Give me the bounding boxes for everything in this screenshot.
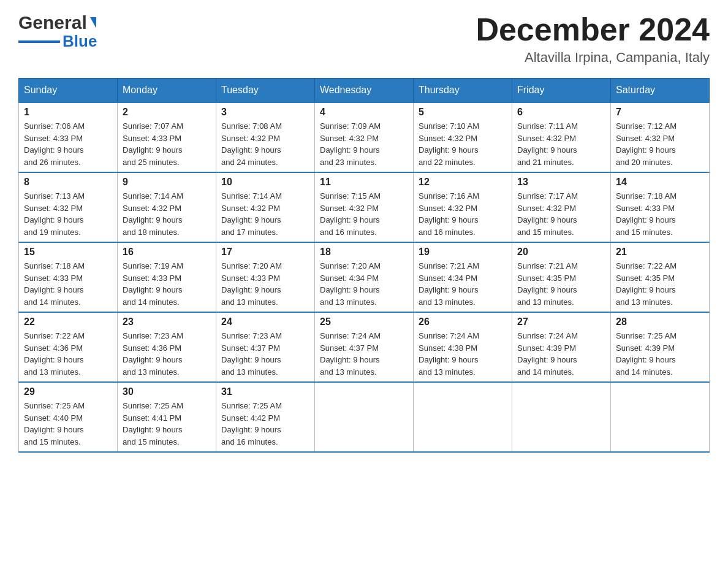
sunrise-label: Sunrise: 7:13 AM — [24, 191, 85, 201]
daylight-minutes: and 13 minutes. — [419, 297, 476, 307]
header-tuesday: Tuesday — [216, 79, 315, 103]
day-number: 9 — [123, 177, 211, 188]
sunrise-label: Sunrise: 7:21 AM — [419, 261, 479, 270]
daylight-minutes: and 26 minutes. — [24, 158, 81, 167]
daylight-label: Daylight: 9 hours — [221, 215, 281, 224]
sunset-label: Sunset: 4:36 PM — [123, 343, 181, 353]
daylight-label: Daylight: 9 hours — [24, 425, 84, 434]
day-number: 11 — [320, 177, 408, 188]
calendar-cell: 2 Sunrise: 7:07 AM Sunset: 4:33 PM Dayli… — [118, 102, 216, 172]
daylight-minutes: and 13 minutes. — [419, 367, 476, 377]
day-number: 1 — [24, 107, 112, 118]
sunrise-label: Sunrise: 7:12 AM — [616, 121, 677, 131]
sunrise-label: Sunrise: 7:17 AM — [517, 191, 578, 201]
day-info: Sunrise: 7:22 AM Sunset: 4:36 PM Dayligh… — [24, 330, 112, 378]
daylight-label: Daylight: 9 hours — [123, 285, 183, 294]
sunset-label: Sunset: 4:32 PM — [517, 134, 576, 143]
daylight-minutes: and 13 minutes. — [320, 367, 377, 377]
header-monday: Monday — [118, 79, 216, 103]
sunset-label: Sunset: 4:37 PM — [221, 343, 280, 353]
sunset-label: Sunset: 4:33 PM — [616, 204, 675, 213]
day-info: Sunrise: 7:14 AM Sunset: 4:32 PM Dayligh… — [221, 190, 309, 238]
day-info: Sunrise: 7:08 AM Sunset: 4:32 PM Dayligh… — [221, 120, 309, 168]
sunset-label: Sunset: 4:42 PM — [221, 413, 280, 423]
sunset-label: Sunset: 4:32 PM — [221, 204, 280, 213]
day-info: Sunrise: 7:20 AM Sunset: 4:33 PM Dayligh… — [221, 260, 309, 308]
sunset-label: Sunset: 4:32 PM — [419, 134, 477, 143]
daylight-label: Daylight: 9 hours — [419, 355, 479, 364]
logo-general-text: General — [18, 12, 87, 33]
sunset-label: Sunset: 4:33 PM — [123, 274, 181, 283]
day-number: 2 — [123, 107, 211, 118]
sunrise-label: Sunrise: 7:08 AM — [221, 121, 282, 131]
day-number: 4 — [320, 107, 408, 118]
sunrise-label: Sunrise: 7:18 AM — [616, 191, 677, 201]
daylight-label: Daylight: 9 hours — [221, 425, 281, 434]
sunrise-label: Sunrise: 7:25 AM — [24, 401, 85, 410]
sunrise-label: Sunrise: 7:24 AM — [419, 331, 479, 340]
calendar-cell: 17 Sunrise: 7:20 AM Sunset: 4:33 PM Dayl… — [216, 242, 315, 312]
daylight-label: Daylight: 9 hours — [24, 355, 84, 364]
day-info: Sunrise: 7:18 AM Sunset: 4:33 PM Dayligh… — [24, 260, 112, 308]
calendar-cell: 29 Sunrise: 7:25 AM Sunset: 4:40 PM Dayl… — [19, 382, 118, 452]
day-number: 13 — [517, 177, 605, 188]
sunset-label: Sunset: 4:34 PM — [419, 274, 477, 283]
sunrise-label: Sunrise: 7:14 AM — [221, 191, 282, 201]
daylight-label: Daylight: 9 hours — [221, 145, 281, 155]
day-number: 5 — [419, 107, 507, 118]
daylight-label: Daylight: 9 hours — [616, 285, 676, 294]
sunrise-label: Sunrise: 7:21 AM — [517, 261, 578, 270]
day-number: 25 — [320, 316, 408, 327]
daylight-label: Daylight: 9 hours — [517, 145, 577, 155]
sunrise-label: Sunrise: 7:25 AM — [123, 401, 183, 410]
day-info: Sunrise: 7:25 AM Sunset: 4:42 PM Dayligh… — [221, 400, 309, 448]
daylight-label: Daylight: 9 hours — [24, 285, 84, 294]
day-info: Sunrise: 7:12 AM Sunset: 4:32 PM Dayligh… — [616, 120, 704, 168]
daylight-minutes: and 14 minutes. — [24, 297, 81, 307]
sunrise-label: Sunrise: 7:07 AM — [123, 121, 183, 131]
calendar-cell: 10 Sunrise: 7:14 AM Sunset: 4:32 PM Dayl… — [216, 172, 315, 242]
daylight-minutes: and 15 minutes. — [24, 437, 81, 446]
calendar-cell: 14 Sunrise: 7:18 AM Sunset: 4:33 PM Dayl… — [611, 172, 710, 242]
day-number: 6 — [517, 107, 605, 118]
day-info: Sunrise: 7:22 AM Sunset: 4:35 PM Dayligh… — [616, 260, 704, 308]
day-info: Sunrise: 7:13 AM Sunset: 4:32 PM Dayligh… — [24, 190, 112, 238]
day-info: Sunrise: 7:23 AM Sunset: 4:36 PM Dayligh… — [123, 330, 211, 378]
day-number: 15 — [24, 247, 112, 258]
sunset-label: Sunset: 4:32 PM — [320, 134, 379, 143]
month-title: December 2024 — [476, 12, 710, 47]
day-info: Sunrise: 7:19 AM Sunset: 4:33 PM Dayligh… — [123, 260, 211, 308]
day-info: Sunrise: 7:17 AM Sunset: 4:32 PM Dayligh… — [517, 190, 605, 238]
daylight-minutes: and 15 minutes. — [616, 228, 673, 237]
daylight-label: Daylight: 9 hours — [123, 425, 183, 434]
calendar-cell: 15 Sunrise: 7:18 AM Sunset: 4:33 PM Dayl… — [19, 242, 118, 312]
day-info: Sunrise: 7:21 AM Sunset: 4:34 PM Dayligh… — [419, 260, 507, 308]
daylight-label: Daylight: 9 hours — [221, 355, 281, 364]
daylight-minutes: and 16 minutes. — [419, 228, 476, 237]
sunset-label: Sunset: 4:34 PM — [320, 274, 379, 283]
sunrise-label: Sunrise: 7:20 AM — [320, 261, 381, 270]
sunset-label: Sunset: 4:32 PM — [616, 134, 675, 143]
sunrise-label: Sunrise: 7:20 AM — [221, 261, 282, 270]
sunset-label: Sunset: 4:32 PM — [517, 204, 576, 213]
calendar-cell: 13 Sunrise: 7:17 AM Sunset: 4:32 PM Dayl… — [512, 172, 611, 242]
day-info: Sunrise: 7:23 AM Sunset: 4:37 PM Dayligh… — [221, 330, 309, 378]
daylight-minutes: and 21 minutes. — [517, 158, 574, 167]
day-number: 14 — [616, 177, 704, 188]
calendar-cell — [414, 382, 512, 452]
sunrise-label: Sunrise: 7:25 AM — [221, 401, 282, 410]
calendar-week-2: 8 Sunrise: 7:13 AM Sunset: 4:32 PM Dayli… — [19, 172, 710, 242]
daylight-minutes: and 15 minutes. — [123, 437, 180, 446]
header-thursday: Thursday — [414, 79, 512, 103]
calendar-header-row: Sunday Monday Tuesday Wednesday Thursday… — [19, 79, 710, 103]
day-info: Sunrise: 7:06 AM Sunset: 4:33 PM Dayligh… — [24, 120, 112, 168]
daylight-minutes: and 16 minutes. — [221, 437, 278, 446]
sunrise-label: Sunrise: 7:23 AM — [221, 331, 282, 340]
sunset-label: Sunset: 4:41 PM — [123, 413, 181, 423]
daylight-label: Daylight: 9 hours — [517, 215, 577, 224]
daylight-minutes: and 14 minutes. — [123, 297, 180, 307]
daylight-label: Daylight: 9 hours — [123, 355, 183, 364]
daylight-minutes: and 13 minutes. — [221, 297, 278, 307]
sunrise-label: Sunrise: 7:11 AM — [517, 121, 578, 131]
daylight-label: Daylight: 9 hours — [123, 145, 183, 155]
